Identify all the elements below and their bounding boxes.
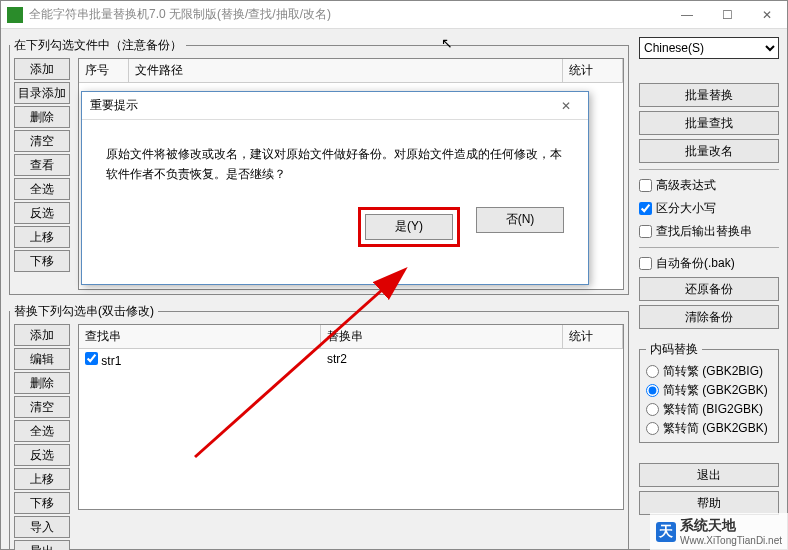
exit-button[interactable]: 退出 xyxy=(639,463,779,487)
batch-rename-button[interactable]: 批量改名 xyxy=(639,139,779,163)
move-down-file-button[interactable]: 下移 xyxy=(14,250,70,272)
row-stats xyxy=(563,349,623,371)
dialog-title: 重要提示 xyxy=(90,97,552,114)
watermark-name: 系统天地 xyxy=(680,517,782,535)
dialog-yes-button[interactable]: 是(Y) xyxy=(365,214,453,240)
string-header-replace[interactable]: 替换串 xyxy=(321,325,563,348)
edit-string-button[interactable]: 编辑 xyxy=(14,348,70,370)
dialog-titlebar: 重要提示 ✕ xyxy=(82,92,588,120)
delete-string-button[interactable]: 删除 xyxy=(14,372,70,394)
content-area: 在下列勾选文件中（注意备份） 添加 目录添加 删除 清空 查看 全选 反选 上移… xyxy=(1,29,787,549)
row-find: str1 xyxy=(101,354,121,368)
watermark-icon: 天 xyxy=(656,522,676,542)
case-sensitive-label: 区分大小写 xyxy=(656,200,716,217)
encoding-fieldset: 内码替换 简转繁 (GBK2BIG) 简转繁 (GBK2GBK) 繁转简 (BI… xyxy=(639,341,779,443)
file-header-path[interactable]: 文件路径 xyxy=(129,59,563,82)
language-select[interactable]: Chinese(S) xyxy=(639,37,779,59)
row-replace: str2 xyxy=(321,349,563,371)
row-checkbox[interactable] xyxy=(85,352,98,365)
table-row[interactable]: str1 str2 xyxy=(79,349,623,371)
export-string-button[interactable]: 导出 xyxy=(14,540,70,550)
output-replace-label: 查找后输出替换串 xyxy=(656,223,752,240)
restore-backup-button[interactable]: 还原备份 xyxy=(639,277,779,301)
file-section-legend: 在下列勾选文件中（注意备份） xyxy=(10,37,186,54)
minimize-button[interactable]: — xyxy=(667,1,707,29)
enc-big2gbk-label: 繁转简 (BIG2GBK) xyxy=(663,401,763,418)
move-up-file-button[interactable]: 上移 xyxy=(14,226,70,248)
file-buttons: 添加 目录添加 删除 清空 查看 全选 反选 上移 下移 xyxy=(10,54,74,294)
case-sensitive-checkbox[interactable] xyxy=(639,202,652,215)
import-string-button[interactable]: 导入 xyxy=(14,516,70,538)
app-window: 全能字符串批量替换机7.0 无限制版(替换/查找/抽取/改名) — ☐ ✕ 在下… xyxy=(0,0,788,550)
encoding-legend: 内码替换 xyxy=(646,341,702,358)
enc-gbk2gbk2-label: 繁转简 (GBK2GBK) xyxy=(663,420,768,437)
strings-section-legend: 替换下列勾选串(双击修改) xyxy=(10,303,158,320)
close-button[interactable]: ✕ xyxy=(747,1,787,29)
window-title: 全能字符串批量替换机7.0 无限制版(替换/查找/抽取/改名) xyxy=(29,6,667,23)
enc-gbk2gbk2-radio[interactable] xyxy=(646,422,659,435)
batch-replace-button[interactable]: 批量替换 xyxy=(639,83,779,107)
watermark-url: Www.XiTongTianDi.net xyxy=(680,535,782,546)
enc-gbk2big-radio[interactable] xyxy=(646,365,659,378)
dialog-body: 原始文件将被修改或改名，建议对原始文件做好备份。对原始文件造成的任何修改，本软件… xyxy=(82,120,588,197)
adv-expr-checkbox[interactable] xyxy=(639,179,652,192)
auto-backup-checkbox[interactable] xyxy=(639,257,652,270)
clear-files-button[interactable]: 清空 xyxy=(14,130,70,152)
add-string-button[interactable]: 添加 xyxy=(14,324,70,346)
watermark: 天 系统天地 Www.XiTongTianDi.net xyxy=(650,513,788,550)
output-replace-checkbox[interactable] xyxy=(639,225,652,238)
select-all-files-button[interactable]: 全选 xyxy=(14,178,70,200)
string-buttons: 添加 编辑 删除 清空 全选 反选 上移 下移 导入 导出 xyxy=(10,320,74,550)
select-all-strings-button[interactable]: 全选 xyxy=(14,420,70,442)
enc-gbk2gbk-label: 简转繁 (GBK2GBK) xyxy=(663,382,768,399)
dialog-no-button[interactable]: 否(N) xyxy=(476,207,564,233)
string-table[interactable]: 查找串 替换串 统计 str1 str2 xyxy=(78,324,624,510)
move-down-string-button[interactable]: 下移 xyxy=(14,492,70,514)
batch-find-button[interactable]: 批量查找 xyxy=(639,111,779,135)
add-dir-button[interactable]: 目录添加 xyxy=(14,82,70,104)
move-up-string-button[interactable]: 上移 xyxy=(14,468,70,490)
clear-backup-button[interactable]: 清除备份 xyxy=(639,305,779,329)
string-header-stats[interactable]: 统计 xyxy=(563,325,623,348)
add-file-button[interactable]: 添加 xyxy=(14,58,70,80)
view-file-button[interactable]: 查看 xyxy=(14,154,70,176)
app-icon xyxy=(7,7,23,23)
file-header-stats[interactable]: 统计 xyxy=(563,59,623,82)
auto-backup-label: 自动备份(.bak) xyxy=(656,255,735,272)
confirm-dialog: 重要提示 ✕ 原始文件将被修改或改名，建议对原始文件做好备份。对原始文件造成的任… xyxy=(81,91,589,285)
yes-highlight: 是(Y) xyxy=(358,207,460,247)
dialog-footer: 是(Y) 否(N) xyxy=(82,197,588,265)
help-button[interactable]: 帮助 xyxy=(639,491,779,515)
invert-files-button[interactable]: 反选 xyxy=(14,202,70,224)
string-header-find[interactable]: 查找串 xyxy=(79,325,321,348)
title-bar: 全能字符串批量替换机7.0 无限制版(替换/查找/抽取/改名) — ☐ ✕ xyxy=(1,1,787,29)
file-header-seq[interactable]: 序号 xyxy=(79,59,129,82)
maximize-button[interactable]: ☐ xyxy=(707,1,747,29)
file-list-header: 序号 文件路径 统计 xyxy=(79,59,623,83)
clear-strings-button[interactable]: 清空 xyxy=(14,396,70,418)
invert-strings-button[interactable]: 反选 xyxy=(14,444,70,466)
enc-big2gbk-radio[interactable] xyxy=(646,403,659,416)
string-table-header: 查找串 替换串 统计 xyxy=(79,325,623,349)
adv-expr-label: 高级表达式 xyxy=(656,177,716,194)
delete-file-button[interactable]: 删除 xyxy=(14,106,70,128)
enc-gbk2gbk-radio[interactable] xyxy=(646,384,659,397)
enc-gbk2big-label: 简转繁 (GBK2BIG) xyxy=(663,363,763,380)
right-panel: Chinese(S) 批量替换 批量查找 批量改名 高级表达式 区分大小写 查找… xyxy=(639,37,779,515)
dialog-close-button[interactable]: ✕ xyxy=(552,92,580,120)
strings-section: 替换下列勾选串(双击修改) 添加 编辑 删除 清空 全选 反选 上移 下移 导入… xyxy=(9,303,629,550)
